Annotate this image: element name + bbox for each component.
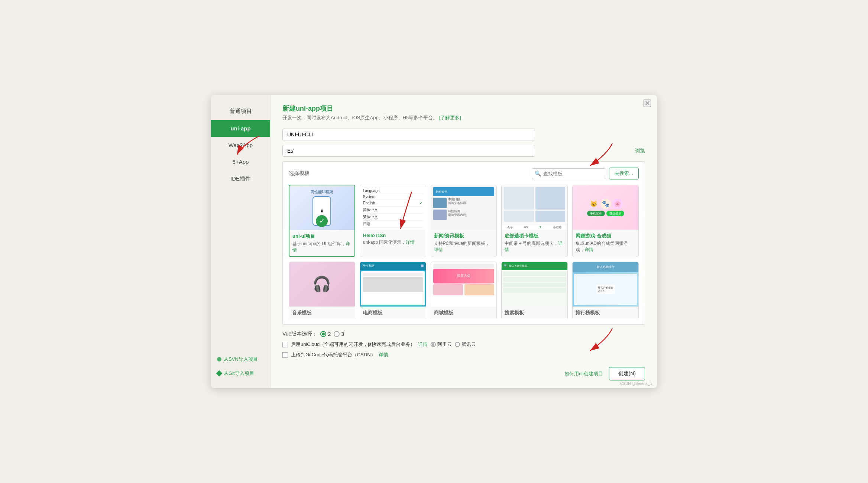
template-section: 选择模板 🔍 去搜索... 高性能UI框架 <box>282 161 645 325</box>
sidebar-bottom: 从SVN导入项目 从Git导入项目 <box>211 352 270 388</box>
template-card-i18n-title: Hello i18n <box>363 233 423 238</box>
template-card-news-title: 新闻/资讯模板 <box>434 233 494 239</box>
template-card-bottomtabs[interactable]: App H5 + 小程序 底部选项卡模板 中间带＋号的底部选项卡，详情 <box>501 185 568 257</box>
sidebar-item-5plus[interactable]: 5+App <box>211 153 270 170</box>
template-card-bottomtabs-title: 底部选项卡模板 <box>505 233 564 239</box>
template-card-game-img: 🐱 🐾 🌸 手机登录 微信登录 <box>573 185 638 230</box>
template-card-i18n[interactable]: Language System English✓ 简体中文 繁体中文 日语 Ho… <box>360 185 426 257</box>
template-card-r2-4-img: 🔍 输入关键字搜索 <box>502 262 567 307</box>
svn-icon <box>217 357 221 362</box>
template-card-news[interactable]: 新闻资讯 中国日报新闻头条标题 科技新闻最新资讯内容 <box>431 185 497 257</box>
aliyun-option[interactable]: 阿里云 <box>431 341 452 348</box>
unicloud-row: 启用uniCloud（全端可用的云开发，js快速完成后台业务） 详情 阿里云 腾… <box>282 341 645 348</box>
main-content: 新建uni-app项目 开发一次，同时发布为Android、iOS原生App、小… <box>271 95 657 388</box>
template-card-r2-3-img: 换新大促 <box>431 262 497 307</box>
template-card-uniui-title: uni-ui项目 <box>292 233 352 240</box>
project-name-row <box>282 129 645 140</box>
search-icon: 🔍 <box>535 171 541 176</box>
git-import-link[interactable]: 从Git导入项目 <box>211 366 270 380</box>
btabs-thumb: App H5 + 小程序 <box>502 185 567 230</box>
template-card-bottomtabs-body: 底部选项卡模板 中间带＋号的底部选项卡，详情 <box>502 230 567 256</box>
template-card-r2-4[interactable]: 🔍 输入关键字搜索 搜索模板 <box>501 262 568 318</box>
how-to-link[interactable]: 如何用cli创建项目 <box>564 370 603 377</box>
template-grid: 高性能UI框架 📱 ✓ uni-ui项目 基于uni-app的 UI 组件库，详… <box>289 185 639 318</box>
game-detail-link[interactable]: 详情 <box>584 247 593 252</box>
template-card-game-desc: 集成uniAD的合成类网赚游戏，详情 <box>576 240 635 253</box>
template-header: 选择模板 🔍 去搜索... <box>289 168 639 179</box>
headphone-icon: 🎧 <box>312 275 331 293</box>
git-icon <box>216 370 223 377</box>
watermark: CSDN @Serena_tz <box>620 382 652 386</box>
template-card-uniui-desc: 基于uni-app的 UI 组件库，详情 <box>292 241 352 253</box>
project-path-input[interactable] <box>282 145 535 157</box>
search-row: 🔍 去搜索... <box>532 168 639 179</box>
main-window: ✕ 普通项目 uni-app Wap2App 5+App IDE插件 从SVN导… <box>211 95 657 388</box>
template-label: 选择模板 <box>289 170 310 177</box>
news-thumb: 新闻资讯 中国日报新闻头条标题 科技新闻最新资讯内容 <box>431 185 497 230</box>
search-go-button[interactable]: 去搜索... <box>609 168 639 179</box>
git-row: 上传到GitCode代码托管平台（CSDN） 详情 <box>282 351 645 358</box>
sidebar-item-ide[interactable]: IDE插件 <box>211 170 270 188</box>
template-card-r2-1-img: 🎧 <box>289 262 355 307</box>
search-wrap: 🔍 <box>532 168 606 179</box>
git-checkbox[interactable] <box>282 352 288 358</box>
unicloud-detail-link[interactable]: 详情 <box>418 341 428 348</box>
project-name-input[interactable] <box>282 129 535 140</box>
browse-button[interactable]: 浏览 <box>635 148 645 154</box>
tencent-option[interactable]: 腾讯云 <box>455 341 476 348</box>
template-card-r2-1[interactable]: 🎧 音乐模板 <box>289 262 355 318</box>
template-card-news-img: 新闻资讯 中国日报新闻头条标题 科技新闻最新资讯内容 <box>431 185 497 230</box>
i18n-detail-link[interactable]: 详情 <box>406 240 415 245</box>
template-card-r2-1-body: 音乐模板 <box>289 307 355 318</box>
vue2-option[interactable]: 2 <box>320 331 331 337</box>
news-detail-link[interactable]: 详情 <box>434 247 443 252</box>
page-subtitle: 开发一次，同时发布为Android、iOS原生App、小程序、H5等多个平台。 … <box>282 114 645 121</box>
game-thumb: 🐱 🐾 🌸 手机登录 微信登录 <box>573 185 638 230</box>
template-card-bottomtabs-desc: 中间带＋号的底部选项卡，详情 <box>505 240 564 253</box>
vue2-radio[interactable] <box>320 331 326 337</box>
project-path-row: 浏览 <box>282 145 645 157</box>
git-detail-link[interactable]: 详情 <box>379 351 388 358</box>
template-card-bottomtabs-img: App H5 + 小程序 <box>502 185 567 230</box>
template-card-game-body: 网赚游戏-合成猫 集成uniAD的合成类网赚游戏，详情 <box>573 230 638 256</box>
bottom-bar: 如何用cli创建项目 创建(N) <box>282 364 645 380</box>
vue3-option[interactable]: 3 <box>334 331 344 337</box>
template-card-uniui-img: 高性能UI框架 📱 ✓ <box>289 185 354 230</box>
sidebar-item-uniapp[interactable]: uni-app <box>211 120 270 137</box>
template-card-uniui-body: uni-ui项目 基于uni-app的 UI 组件库，详情 <box>289 230 354 256</box>
search-input[interactable] <box>532 168 606 179</box>
template-card-r2-5-img: 新人必购排行 新入必购排行 ¥52.5↑ <box>573 262 638 307</box>
create-button[interactable]: 创建(N) <box>609 367 645 380</box>
template-card-i18n-body: Hello i18n uni-app 国际化演示，详情 <box>360 230 426 249</box>
template-card-game-title: 网赚游戏-合成猫 <box>576 233 635 239</box>
sidebar: 普通项目 uni-app Wap2App 5+App IDE插件 从SVN导入项… <box>211 95 271 388</box>
vue3-radio[interactable] <box>334 331 340 337</box>
page-title: 新建uni-app项目 <box>282 104 645 113</box>
unicloud-checkbox[interactable] <box>282 342 288 347</box>
sidebar-item-normal[interactable]: 普通项目 <box>211 103 270 120</box>
i18n-thumb: Language System English✓ 简体中文 繁体中文 日语 Ho… <box>360 185 426 230</box>
vue-version-row: Vue版本选择： 2 3 <box>282 331 645 337</box>
template-card-r2-5[interactable]: 新人必购排行 新入必购排行 ¥52.5↑ 排行榜模板 <box>572 262 639 318</box>
selected-check-icon: ✓ <box>316 215 328 227</box>
template-card-r2-2-img: 万竹市场 ☰ <box>360 262 426 307</box>
learn-more-link[interactable]: [了解更多] <box>439 115 461 120</box>
template-card-uniui[interactable]: 高性能UI框架 📱 ✓ uni-ui项目 基于uni-app的 UI 组件库，详… <box>289 185 355 257</box>
template-card-i18n-img: Language System English✓ 简体中文 繁体中文 日语 Ho… <box>360 185 426 230</box>
close-button[interactable]: ✕ <box>644 100 651 107</box>
template-card-news-body: 新闻/资讯模板 支持PC和nvue的新闻模板，详情 <box>431 230 497 256</box>
template-card-game[interactable]: 🐱 🐾 🌸 手机登录 微信登录 网赚游戏-合成猫 <box>572 185 639 257</box>
template-card-r2-2[interactable]: 万竹市场 ☰ 电商模板 <box>360 262 426 318</box>
template-card-r2-3[interactable]: 换新大促 商城模板 <box>431 262 497 318</box>
template-card-news-desc: 支持PC和nvue的新闻模板，详情 <box>434 240 494 253</box>
template-card-i18n-desc: uni-app 国际化演示，详情 <box>363 239 423 246</box>
sidebar-item-wap2app[interactable]: Wap2App <box>211 137 270 153</box>
svn-import-link[interactable]: 从SVN导入项目 <box>211 352 270 366</box>
